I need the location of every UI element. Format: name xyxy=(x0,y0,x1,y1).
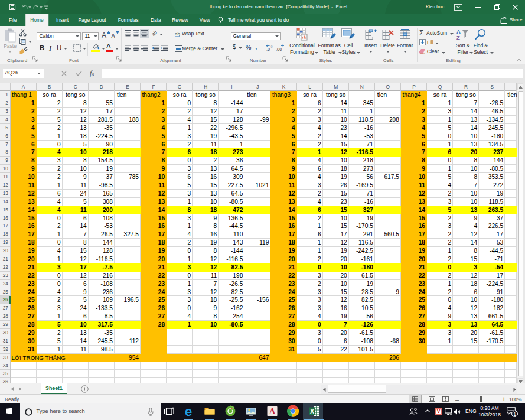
svg-text:.00: .00 xyxy=(276,46,282,51)
svg-text:A: A xyxy=(269,407,276,416)
svg-text:Z: Z xyxy=(456,34,460,41)
svg-text:X: X xyxy=(310,408,314,415)
svg-text:0: 0 xyxy=(271,45,273,48)
svg-text:e: e xyxy=(185,405,192,417)
svg-text:.0: .0 xyxy=(266,46,270,51)
